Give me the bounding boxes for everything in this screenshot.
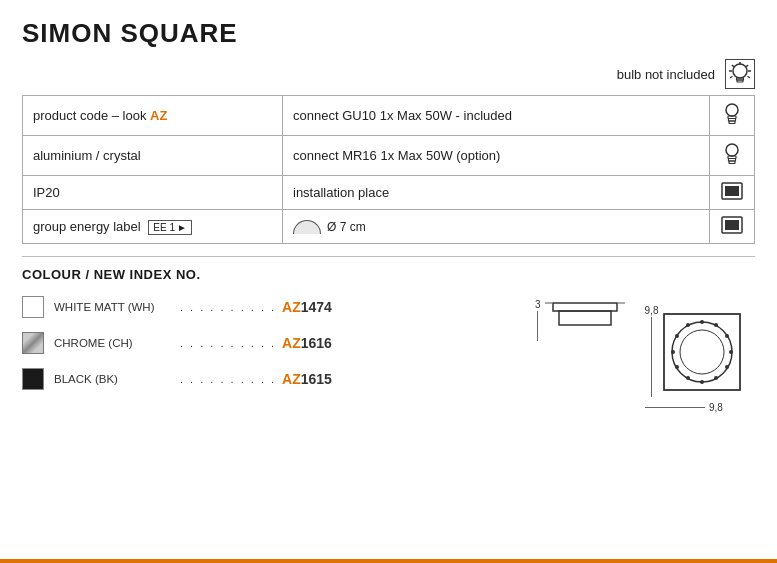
product-title: SIMON SQUARE	[22, 18, 755, 49]
spec-left-2: aluminium / crystal	[23, 136, 283, 176]
section-divider	[22, 256, 755, 257]
svg-point-28	[680, 330, 724, 374]
diagram-area: 3	[535, 297, 755, 413]
colour-dots-black: . . . . . . . . . .	[180, 373, 276, 385]
swatch-black	[22, 368, 44, 390]
svg-point-35	[700, 380, 704, 384]
colour-code-chrome: AZ1616	[282, 335, 332, 351]
swatch-white	[22, 296, 44, 318]
svg-point-39	[675, 334, 679, 338]
inlet-half-circle	[293, 220, 321, 234]
spec-row-3: IP20 installation place	[23, 176, 755, 210]
svg-rect-23	[559, 311, 611, 325]
svg-point-0	[733, 64, 747, 78]
colour-item-white: WHITE MATT (WH) . . . . . . . . . . AZ14…	[22, 296, 505, 318]
bulb-icon	[725, 59, 755, 89]
spec-left-4: group energy label EE 1 ►	[23, 210, 283, 244]
svg-rect-21	[725, 220, 739, 230]
svg-point-33	[725, 365, 729, 369]
svg-point-10	[726, 104, 738, 116]
svg-point-30	[714, 323, 718, 327]
spec-row-2: aluminium / crystal connect MR16 1x Max …	[23, 136, 755, 176]
spec-left-3: IP20	[23, 176, 283, 210]
spec-right-4: Ø 7 cm	[283, 210, 710, 244]
spec-icon-1	[710, 96, 755, 136]
colour-name-white: WHITE MATT (WH)	[54, 301, 174, 313]
spec-row-1: product code – look AZ connect GU10 1x M…	[23, 96, 755, 136]
bulb-label: bulb not included	[617, 67, 715, 82]
svg-point-40	[686, 323, 690, 327]
specs-table: product code – look AZ connect GU10 1x M…	[22, 95, 755, 244]
dim-bottom-row: 9,8	[645, 402, 727, 413]
colour-dots-white: . . . . . . . . . .	[180, 301, 276, 313]
bottom-bar	[0, 559, 777, 563]
page: SIMON SQUARE bulb not included	[0, 0, 777, 563]
inlet-size: Ø 7 cm	[327, 220, 366, 234]
bulb-row: bulb not included	[22, 59, 755, 89]
svg-point-34	[714, 376, 718, 380]
svg-rect-2	[737, 80, 743, 82]
svg-line-8	[730, 76, 733, 78]
svg-line-5	[732, 65, 734, 67]
front-view-diagram	[662, 312, 742, 392]
colour-list: COLOUR / NEW INDEX NO. WHITE MATT (WH) .…	[22, 267, 505, 413]
svg-rect-17	[729, 161, 735, 164]
energy-label: EE 1 ►	[148, 220, 192, 235]
svg-line-4	[746, 65, 748, 67]
spec-icon-2	[710, 136, 755, 176]
svg-line-9	[748, 76, 751, 78]
svg-point-31	[725, 334, 729, 338]
spec-row-4: group energy label EE 1 ► Ø 7 cm	[23, 210, 755, 244]
colour-dots-chrome: . . . . . . . . . .	[180, 337, 276, 349]
svg-rect-13	[729, 121, 735, 124]
colour-item-black: BLACK (BK) . . . . . . . . . . AZ1615	[22, 368, 505, 390]
svg-point-32	[729, 350, 733, 354]
svg-point-38	[671, 350, 675, 354]
spec-icon-3	[710, 176, 755, 210]
svg-point-29	[700, 320, 704, 324]
colour-code-white: AZ1474	[282, 299, 332, 315]
product-code-az: AZ	[150, 108, 167, 123]
colour-name-chrome: CHROME (CH)	[54, 337, 174, 349]
svg-rect-19	[725, 186, 739, 196]
spec-icon-4	[710, 210, 755, 244]
dim-side: 9,8	[645, 305, 659, 316]
colour-section: COLOUR / NEW INDEX NO. WHITE MATT (WH) .…	[22, 267, 755, 413]
svg-point-27	[672, 322, 732, 382]
colour-title: COLOUR / NEW INDEX NO.	[22, 267, 505, 282]
spec-right-2: connect MR16 1x Max 50W (option)	[283, 136, 710, 176]
svg-point-36	[686, 376, 690, 380]
svg-point-14	[726, 144, 738, 156]
svg-point-37	[675, 365, 679, 369]
spec-left-1: product code – look AZ	[23, 96, 283, 136]
side-view-diagram	[545, 297, 625, 335]
colour-item-chrome: CHROME (CH) . . . . . . . . . . AZ1616	[22, 332, 505, 354]
swatch-chrome	[22, 332, 44, 354]
dim-bottom: 9,8	[709, 402, 723, 413]
spec-right-3: installation place	[283, 176, 710, 210]
colour-name-black: BLACK (BK)	[54, 373, 174, 385]
colour-code-black: AZ1615	[282, 371, 332, 387]
spec-right-1: connect GU10 1x Max 50W - included	[283, 96, 710, 136]
svg-rect-26	[664, 314, 740, 390]
dim-height: 3	[535, 299, 541, 310]
svg-rect-22	[553, 303, 617, 311]
